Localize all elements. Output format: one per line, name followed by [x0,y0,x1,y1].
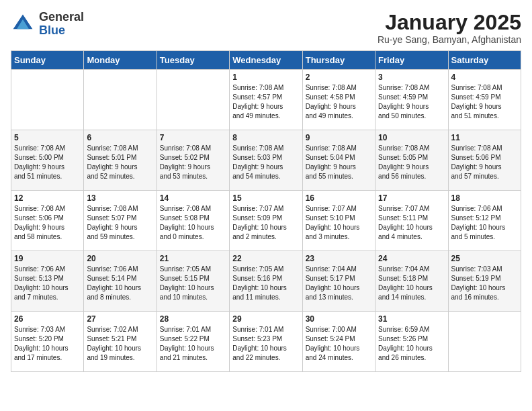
calendar-cell: 19Sunrise: 7:06 AM Sunset: 5:13 PM Dayli… [11,251,84,312]
day-number: 23 [306,254,372,263]
day-info: Sunrise: 7:07 AM Sunset: 5:09 PM Dayligh… [232,204,299,242]
day-info: Sunrise: 7:08 AM Sunset: 5:07 PM Dayligh… [87,204,153,242]
day-info: Sunrise: 7:08 AM Sunset: 5:00 PM Dayligh… [14,144,81,181]
day-number: 31 [378,314,445,324]
day-number: 9 [306,133,372,142]
weekday-header-row: SundayMondayTuesdayWednesdayThursdayFrid… [11,51,521,70]
day-number: 21 [160,254,226,263]
calendar-title: January 2025 [378,11,521,34]
day-info: Sunrise: 7:08 AM Sunset: 5:08 PM Dayligh… [160,204,226,242]
day-number: 20 [87,254,153,263]
day-number: 17 [378,193,445,203]
logo-icon [11,12,35,36]
calendar-cell: 5Sunrise: 7:08 AM Sunset: 5:00 PM Daylig… [11,130,84,191]
calendar-cell: 7Sunrise: 7:08 AM Sunset: 5:02 PM Daylig… [157,130,229,191]
day-info: Sunrise: 7:08 AM Sunset: 5:04 PM Dayligh… [306,144,372,181]
day-number: 8 [232,133,299,142]
calendar-cell: 22Sunrise: 7:05 AM Sunset: 5:16 PM Dayli… [230,251,302,312]
day-number: 13 [87,193,153,203]
calendar-cell: 31Sunrise: 6:59 AM Sunset: 5:26 PM Dayli… [375,312,448,372]
calendar-subtitle: Ru-ye Sang, Bamyan, Afghanistan [378,34,521,45]
calendar-header: SundayMondayTuesdayWednesdayThursdayFrid… [11,51,521,70]
day-number: 24 [378,254,445,263]
logo-general-label: General [39,11,84,24]
weekday-header-monday: Monday [84,51,157,70]
calendar-cell: 16Sunrise: 7:07 AM Sunset: 5:10 PM Dayli… [302,191,375,251]
weekday-header-wednesday: Wednesday [230,51,302,70]
day-info: Sunrise: 7:06 AM Sunset: 5:12 PM Dayligh… [451,204,518,242]
day-info: Sunrise: 7:08 AM Sunset: 5:05 PM Dayligh… [378,144,445,181]
day-number: 30 [306,314,372,324]
calendar-week-row: 19Sunrise: 7:06 AM Sunset: 5:13 PM Dayli… [11,251,521,312]
day-number: 10 [378,133,445,142]
day-number: 11 [451,133,518,142]
day-info: Sunrise: 7:08 AM Sunset: 4:58 PM Dayligh… [306,83,372,121]
calendar-cell: 1Sunrise: 7:08 AM Sunset: 4:57 PM Daylig… [230,70,302,130]
calendar-table: SundayMondayTuesdayWednesdayThursdayFrid… [11,50,521,372]
weekday-header-friday: Friday [375,51,448,70]
day-info: Sunrise: 7:06 AM Sunset: 5:13 PM Dayligh… [14,265,81,302]
calendar-cell: 17Sunrise: 7:07 AM Sunset: 5:11 PM Dayli… [375,191,448,251]
calendar-cell: 8Sunrise: 7:08 AM Sunset: 5:03 PM Daylig… [230,130,302,191]
weekday-header-thursday: Thursday [302,51,375,70]
day-number: 5 [14,133,81,142]
day-info: Sunrise: 6:59 AM Sunset: 5:26 PM Dayligh… [378,325,445,363]
day-info: Sunrise: 7:03 AM Sunset: 5:19 PM Dayligh… [451,265,518,302]
calendar-cell: 3Sunrise: 7:08 AM Sunset: 4:59 PM Daylig… [375,70,448,130]
day-info: Sunrise: 7:02 AM Sunset: 5:21 PM Dayligh… [87,325,153,363]
day-info: Sunrise: 7:08 AM Sunset: 5:06 PM Dayligh… [451,144,518,181]
day-info: Sunrise: 7:05 AM Sunset: 5:16 PM Dayligh… [232,265,299,302]
day-info: Sunrise: 7:00 AM Sunset: 5:24 PM Dayligh… [306,325,372,363]
day-info: Sunrise: 7:07 AM Sunset: 5:10 PM Dayligh… [306,204,372,242]
day-number: 26 [14,314,81,324]
day-info: Sunrise: 7:04 AM Sunset: 5:17 PM Dayligh… [306,265,372,302]
calendar-cell: 30Sunrise: 7:00 AM Sunset: 5:24 PM Dayli… [302,312,375,372]
calendar-body: 1Sunrise: 7:08 AM Sunset: 4:57 PM Daylig… [11,70,521,372]
day-info: Sunrise: 7:08 AM Sunset: 5:02 PM Dayligh… [160,144,226,181]
calendar-cell: 21Sunrise: 7:05 AM Sunset: 5:15 PM Dayli… [157,251,229,312]
day-number: 1 [232,73,299,82]
weekday-header-tuesday: Tuesday [157,51,229,70]
day-number: 16 [306,193,372,203]
title-block: January 2025 Ru-ye Sang, Bamyan, Afghani… [378,11,521,45]
calendar-cell: 29Sunrise: 7:01 AM Sunset: 5:23 PM Dayli… [230,312,302,372]
logo-blue-label: Blue [39,24,84,38]
calendar-cell [448,312,521,372]
day-number: 3 [378,73,445,82]
calendar-cell: 6Sunrise: 7:08 AM Sunset: 5:01 PM Daylig… [84,130,157,191]
day-info: Sunrise: 7:01 AM Sunset: 5:22 PM Dayligh… [160,325,226,363]
calendar-cell: 15Sunrise: 7:07 AM Sunset: 5:09 PM Dayli… [230,191,302,251]
calendar-cell: 13Sunrise: 7:08 AM Sunset: 5:07 PM Dayli… [84,191,157,251]
calendar-cell: 18Sunrise: 7:06 AM Sunset: 5:12 PM Dayli… [448,191,521,251]
day-info: Sunrise: 7:05 AM Sunset: 5:15 PM Dayligh… [160,265,226,302]
day-info: Sunrise: 7:08 AM Sunset: 4:59 PM Dayligh… [378,83,445,121]
weekday-header-saturday: Saturday [448,51,521,70]
day-number: 25 [451,254,518,263]
day-number: 22 [232,254,299,263]
day-number: 7 [160,133,226,142]
calendar-cell: 2Sunrise: 7:08 AM Sunset: 4:58 PM Daylig… [302,70,375,130]
day-number: 15 [232,193,299,203]
day-number: 4 [451,73,518,82]
calendar-cell: 10Sunrise: 7:08 AM Sunset: 5:05 PM Dayli… [375,130,448,191]
calendar-week-row: 1Sunrise: 7:08 AM Sunset: 4:57 PM Daylig… [11,70,521,130]
calendar-cell: 28Sunrise: 7:01 AM Sunset: 5:22 PM Dayli… [157,312,229,372]
day-number: 29 [232,314,299,324]
calendar-cell [84,70,157,130]
calendar-week-row: 12Sunrise: 7:08 AM Sunset: 5:06 PM Dayli… [11,191,521,251]
calendar-cell: 23Sunrise: 7:04 AM Sunset: 5:17 PM Dayli… [302,251,375,312]
day-number: 6 [87,133,153,142]
calendar-week-row: 26Sunrise: 7:03 AM Sunset: 5:20 PM Dayli… [11,312,521,372]
day-info: Sunrise: 7:01 AM Sunset: 5:23 PM Dayligh… [232,325,299,363]
calendar-cell: 14Sunrise: 7:08 AM Sunset: 5:08 PM Dayli… [157,191,229,251]
day-number: 2 [306,73,372,82]
day-info: Sunrise: 7:08 AM Sunset: 5:03 PM Dayligh… [232,144,299,181]
day-number: 12 [14,193,81,203]
day-number: 18 [451,193,518,203]
weekday-header-sunday: Sunday [11,51,84,70]
calendar-week-row: 5Sunrise: 7:08 AM Sunset: 5:00 PM Daylig… [11,130,521,191]
day-info: Sunrise: 7:08 AM Sunset: 5:06 PM Dayligh… [14,204,81,242]
day-number: 27 [87,314,153,324]
calendar-cell: 9Sunrise: 7:08 AM Sunset: 5:04 PM Daylig… [302,130,375,191]
calendar-cell: 26Sunrise: 7:03 AM Sunset: 5:20 PM Dayli… [11,312,84,372]
